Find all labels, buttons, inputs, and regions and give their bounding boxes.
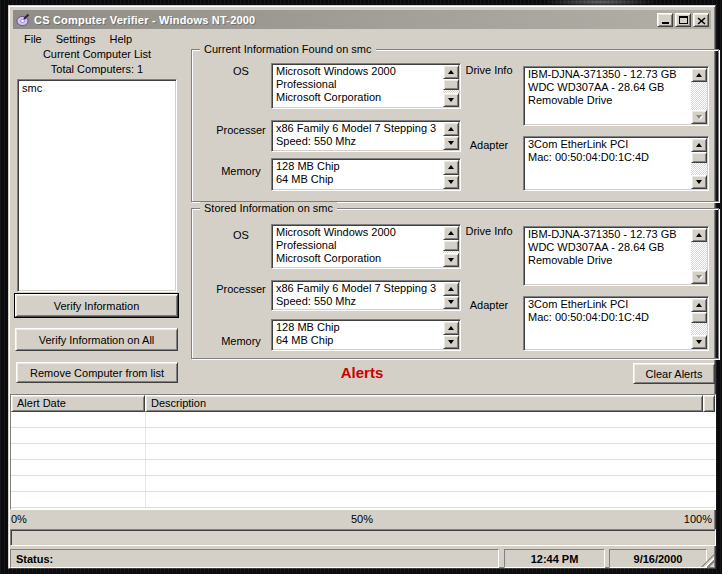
current-processor-field: x86 Family 6 Model 7 Stepping 3 Speed: 5… <box>271 120 461 152</box>
alert-row <box>11 428 715 444</box>
scroll-up-button[interactable] <box>691 68 707 82</box>
current-processor-label: Processer <box>201 124 281 136</box>
alert-row <box>11 492 715 508</box>
stored-adapter-scrollbar[interactable] <box>691 298 707 349</box>
scroll-up-button[interactable] <box>443 160 459 175</box>
arrow-down-icon <box>696 275 702 279</box>
maximize-icon <box>679 16 688 24</box>
stored-drive-scrollbar[interactable] <box>691 228 707 284</box>
status-panel: Status: <box>10 549 499 568</box>
progress-label-50: 50% <box>9 513 715 525</box>
stored-os-label: OS <box>201 229 281 241</box>
current-processor-text: x86 Family 6 Model 7 Stepping 3 Speed: 5… <box>276 122 441 148</box>
minimize-icon <box>662 22 669 24</box>
date-panel: 9/16/2000 <box>609 549 707 568</box>
current-memory-scrollbar[interactable] <box>443 160 459 189</box>
current-drive-scrollbar[interactable] <box>691 68 707 124</box>
menu-help[interactable]: Help <box>102 31 139 47</box>
stored-drive-label: Drive Info <box>451 225 527 237</box>
stored-processor-field: x86 Family 6 Model 7 Stepping 3 Speed: 5… <box>271 280 461 311</box>
stored-memory-label: Memory <box>201 335 281 347</box>
stored-drive-text: IBM-DJNA-371350 - 12.73 GB WDC WD307AA -… <box>528 228 689 267</box>
time-panel: 12:44 PM <box>504 549 605 568</box>
arrow-down-icon <box>448 340 454 344</box>
arrow-up-icon <box>696 233 702 237</box>
current-drive-label: Drive Info <box>451 64 527 76</box>
current-adapter-text: 3Com EtherLink PCI Mac: 00:50:04:D0:1C:4… <box>528 138 689 164</box>
arrow-up-icon <box>448 165 454 169</box>
stored-adapter-label: Adapter <box>451 299 527 311</box>
current-memory-text: 128 MB Chip 64 MB Chip <box>276 160 441 186</box>
scroll-down-button[interactable] <box>691 270 707 284</box>
scroll-down-button[interactable] <box>691 110 707 124</box>
column-header-description[interactable]: Description <box>145 395 703 412</box>
desktop: { "window": { "title": "CS Computer Veri… <box>0 0 722 574</box>
close-icon <box>697 17 706 25</box>
alerts-heading: Alerts <box>9 364 715 381</box>
stored-processor-label: Processer <box>201 283 281 295</box>
scroll-down-button[interactable] <box>443 175 459 190</box>
stored-adapter-field: 3Com EtherLink PCI Mac: 00:50:04:D0:1C:4… <box>523 296 709 351</box>
total-computers-label: Total Computers: 1 <box>9 63 185 75</box>
stored-os-text: Microsoft Windows 2000 Professional Micr… <box>276 226 441 265</box>
scroll-thumb[interactable] <box>691 152 707 163</box>
current-drive-field: IBM-DJNA-371350 - 12.73 GB WDC WD307AA -… <box>523 66 709 126</box>
arrow-down-icon <box>696 115 702 119</box>
alert-row <box>11 444 715 460</box>
scroll-up-button[interactable] <box>691 298 707 312</box>
arrow-down-icon <box>448 180 454 184</box>
scroll-down-button[interactable] <box>443 335 459 349</box>
clear-alerts-button[interactable]: Clear Alerts <box>633 363 715 384</box>
arrow-up-icon <box>696 73 702 77</box>
scroll-up-button[interactable] <box>691 228 707 242</box>
column-header-alert-date[interactable]: Alert Date <box>11 395 145 412</box>
arrow-down-icon <box>696 180 702 184</box>
window-title: CS Computer Verifier - Windows NT-2000 <box>34 14 653 26</box>
stored-drive-field: IBM-DJNA-371350 - 12.73 GB WDC WD307AA -… <box>523 226 709 286</box>
scroll-down-button[interactable] <box>691 335 707 349</box>
current-adapter-scrollbar[interactable] <box>691 138 707 189</box>
menu-settings[interactable]: Settings <box>49 31 103 47</box>
current-adapter-field: 3Com EtherLink PCI Mac: 00:50:04:D0:1C:4… <box>523 136 709 191</box>
scroll-thumb[interactable] <box>443 240 459 251</box>
computer-list-heading: Current Computer List <box>9 48 185 60</box>
verify-information-all-button[interactable]: Verify Information on All <box>15 328 178 351</box>
current-os-text: Microsoft Windows 2000 Professional Micr… <box>276 65 441 104</box>
scroll-thumb[interactable] <box>691 312 707 323</box>
current-memory-label: Memory <box>201 165 281 177</box>
minimize-button[interactable] <box>657 13 673 27</box>
arrow-down-icon <box>696 340 702 344</box>
stored-os-field: Microsoft Windows 2000 Professional Micr… <box>271 224 461 269</box>
scroll-up-button[interactable] <box>691 138 707 152</box>
alerts-table-body[interactable] <box>11 412 715 509</box>
arrow-down-icon <box>448 258 454 262</box>
scroll-thumb[interactable] <box>443 79 459 90</box>
verify-information-button[interactable]: Verify Information <box>15 294 178 317</box>
arrow-up-icon <box>696 143 702 147</box>
title-bar[interactable]: CS Computer Verifier - Windows NT-2000 <box>13 10 711 29</box>
stored-processor-text: x86 Family 6 Model 7 Stepping 3 Speed: 5… <box>276 282 441 308</box>
alerts-table-header: Alert Date Description <box>11 395 715 412</box>
progress-bar <box>10 529 716 546</box>
scroll-up-button[interactable] <box>443 122 459 136</box>
alerts-table: Alert Date Description <box>10 394 716 510</box>
arrow-up-icon <box>448 287 454 291</box>
current-os-label: OS <box>201 65 281 77</box>
stored-adapter-text: 3Com EtherLink PCI Mac: 00:50:04:D0:1C:4… <box>528 298 689 324</box>
computer-list[interactable]: smc <box>17 79 177 292</box>
scroll-down-button[interactable] <box>691 175 707 189</box>
alert-row <box>11 476 715 492</box>
close-button[interactable] <box>693 13 709 27</box>
stored-memory-field: 128 MB Chip 64 MB Chip <box>271 319 461 351</box>
computer-list-item[interactable]: smc <box>18 80 176 96</box>
scroll-down-button[interactable] <box>443 93 459 107</box>
arrow-up-icon <box>696 303 702 307</box>
menu-file[interactable]: File <box>17 31 49 47</box>
maximize-button[interactable] <box>675 13 691 27</box>
scroll-down-button[interactable] <box>443 253 459 267</box>
app-window: CS Computer Verifier - Windows NT-2000 F… <box>8 5 716 569</box>
scroll-up-button[interactable] <box>443 282 459 296</box>
alert-row <box>11 412 715 428</box>
scroll-up-button[interactable] <box>443 321 459 335</box>
stored-memory-scrollbar[interactable] <box>443 321 459 349</box>
